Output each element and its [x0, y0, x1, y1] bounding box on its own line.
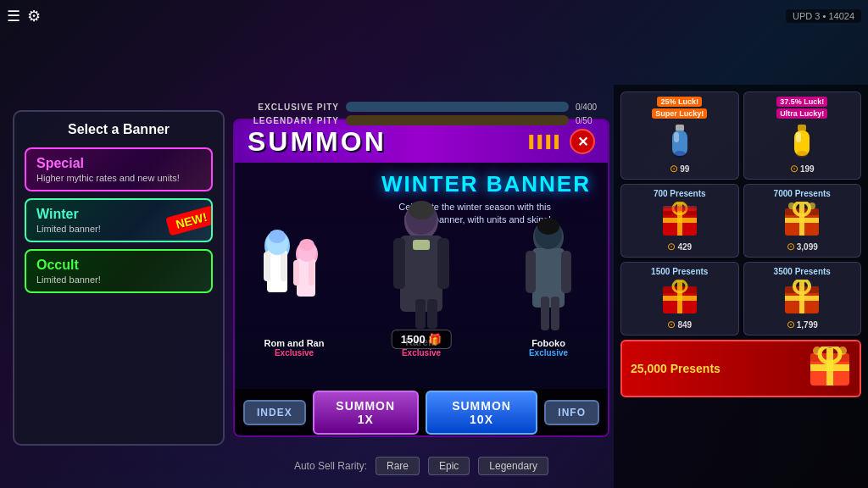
cost-value: 1500: [401, 333, 426, 346]
svg-point-65: [813, 347, 821, 355]
gem-icon: 🎁: [428, 333, 442, 346]
svg-rect-28: [551, 297, 559, 330]
super-lucky-badge: 25% Luck!: [657, 97, 702, 107]
foboko-sprite: [502, 216, 595, 335]
price-700: ⊙ 429: [667, 241, 692, 252]
svg-point-32: [674, 151, 686, 158]
svg-point-66: [838, 347, 847, 355]
exclusive-pity-row: EXCLUSIVE PITY 0/400: [237, 102, 605, 112]
summon-10x-button[interactable]: SUMMON 10X: [426, 391, 538, 435]
auto-sell-label: Auto Sell Rarity:: [294, 460, 367, 472]
banner-special-name: Special: [36, 156, 201, 171]
top-bar: ☰ ⚙ UPD 3 • 14024: [7, 7, 861, 25]
price-1500: ⊙ 849: [667, 319, 692, 330]
summon-panel-header: SUMMON ▌▌▌▌ ✕: [235, 120, 608, 163]
coin-icon-3: ⊙: [667, 241, 676, 252]
presents-25000-label: 25,000 Presents: [631, 362, 721, 375]
shop-panel: 25% Luck! Super Lucky! ⊙ 99 37.5% Luck! …: [614, 85, 868, 488]
svg-rect-19: [415, 299, 426, 329]
presents-700-label: 700 Presents: [654, 189, 706, 198]
auto-sell-epic[interactable]: Epic: [428, 457, 470, 475]
svg-rect-31: [674, 132, 679, 142]
ultra-lucky-badge: 37.5% Luck!: [776, 97, 827, 107]
decoration-bars: ▌▌▌▌: [529, 135, 563, 148]
legendary-pity-label: LEGENDARY PITY: [237, 116, 339, 125]
rom-ran-sprite: [252, 225, 337, 335]
coin-icon-4: ⊙: [787, 241, 795, 252]
svg-rect-46: [785, 218, 819, 223]
gift-3500-icon: [783, 276, 821, 319]
menu-icon[interactable]: ☰: [7, 7, 20, 25]
close-button[interactable]: ✕: [570, 129, 595, 154]
svg-rect-42: [663, 206, 697, 211]
char-karem-type: Exclusive: [366, 348, 476, 358]
svg-point-49: [809, 202, 815, 209]
info-button[interactable]: INFO: [544, 400, 599, 425]
svg-rect-18: [413, 240, 430, 250]
svg-rect-33: [798, 125, 806, 131]
gift-25000-icon: [809, 347, 851, 391]
svg-point-17: [409, 201, 434, 219]
char-rom-ran-type: Exclusive: [252, 348, 337, 358]
ultra-lucky-price: ⊙ 199: [790, 163, 815, 175]
svg-rect-24: [561, 251, 571, 293]
gift-700-icon: [660, 198, 698, 241]
svg-rect-40: [663, 218, 697, 223]
potion-normal-icon: [660, 120, 698, 163]
char-rom-ran-name: Rom and Ran: [252, 338, 337, 348]
banner-occult-name: Occult: [36, 258, 201, 273]
svg-point-5: [269, 230, 286, 243]
summon-cost: 1500 🎁: [392, 330, 452, 349]
shop-item-ultra-lucky[interactable]: 37.5% Luck! Ultra Lucky! ⊙ 199: [743, 92, 862, 180]
svg-rect-20: [427, 299, 437, 329]
svg-point-36: [796, 151, 808, 158]
legendary-pity-row: LEGENDARY PITY 0/50: [237, 115, 605, 125]
svg-rect-14: [393, 238, 405, 289]
banner-item-occult[interactable]: Occult Limited banner!: [25, 249, 213, 293]
svg-rect-8: [293, 260, 299, 286]
svg-rect-9: [309, 260, 314, 286]
presents-7000-label: 7000 Presents: [774, 189, 831, 198]
banner-occult-desc: Limited banner!: [36, 274, 201, 285]
svg-point-48: [788, 202, 795, 209]
price-7000: ⊙ 3,099: [787, 241, 818, 252]
coin-icon-6: ⊙: [787, 319, 795, 330]
shop-item-1500[interactable]: 1500 Presents ⊙ 849: [620, 262, 739, 336]
svg-rect-2: [264, 252, 270, 281]
summon-1x-button[interactable]: SUMMON 1X: [313, 391, 419, 435]
character-rom-ran: Rom and Ran Exclusive: [252, 225, 337, 358]
winter-banner-heading: WINTER BANNER: [381, 171, 591, 197]
banner-select-title: Select a Banner: [25, 122, 213, 137]
svg-rect-53: [663, 296, 697, 301]
summon-panel: SUMMON ▌▌▌▌ ✕ WINTER BANNER Celebrate th…: [233, 119, 609, 437]
coin-icon-2: ⊙: [790, 163, 798, 175]
super-lucky-label: Super Lucky!: [652, 108, 707, 119]
auto-sell-legendary[interactable]: Legendary: [478, 457, 548, 475]
svg-point-26: [537, 218, 559, 235]
winter-banner-area: WINTER BANNER Celebrate the winter seaso…: [235, 163, 608, 400]
top-left: ☰ ⚙: [7, 7, 41, 25]
auto-sell-bar: Auto Sell Rarity: Rare Epic Legendary: [233, 457, 609, 475]
shop-item-25000[interactable]: 25,000 Presents: [620, 340, 861, 397]
presents-3500-label: 3500 Presents: [774, 267, 831, 276]
settings-icon[interactable]: ⚙: [27, 7, 41, 25]
coin-icon: ⊙: [670, 163, 678, 175]
exclusive-pity-label: EXCLUSIVE PITY: [237, 103, 339, 112]
shop-item-7000[interactable]: 7000 Presents ⊙ 3,099: [743, 184, 862, 258]
karem-sprite: [366, 197, 476, 333]
character-foboko: Foboko Exclusive: [502, 216, 595, 358]
banner-item-special[interactable]: Special Higher mythic rates and new unit…: [25, 147, 213, 191]
index-button[interactable]: INDEX: [243, 400, 306, 425]
presents-1500-label: 1500 Presents: [651, 267, 708, 276]
auto-sell-rare[interactable]: Rare: [376, 457, 420, 475]
summon-title: SUMMON: [248, 126, 387, 158]
shop-item-700[interactable]: 700 Presents ⊙ 429: [620, 184, 739, 258]
shop-item-3500[interactable]: 3500 Presents ⊙ 1,799: [743, 262, 862, 336]
ultra-lucky-label: Ultra Lucky!: [776, 108, 827, 119]
banner-item-winter[interactable]: Winter Limited banner! NEW!: [25, 198, 213, 242]
svg-rect-15: [437, 238, 449, 289]
banner-special-desc: Higher mythic rates and new units!: [36, 173, 201, 183]
price-3500: ⊙ 1,799: [787, 319, 818, 330]
shop-item-super-lucky[interactable]: 25% Luck! Super Lucky! ⊙ 99: [620, 92, 739, 180]
legendary-pity-bar: [346, 115, 569, 125]
